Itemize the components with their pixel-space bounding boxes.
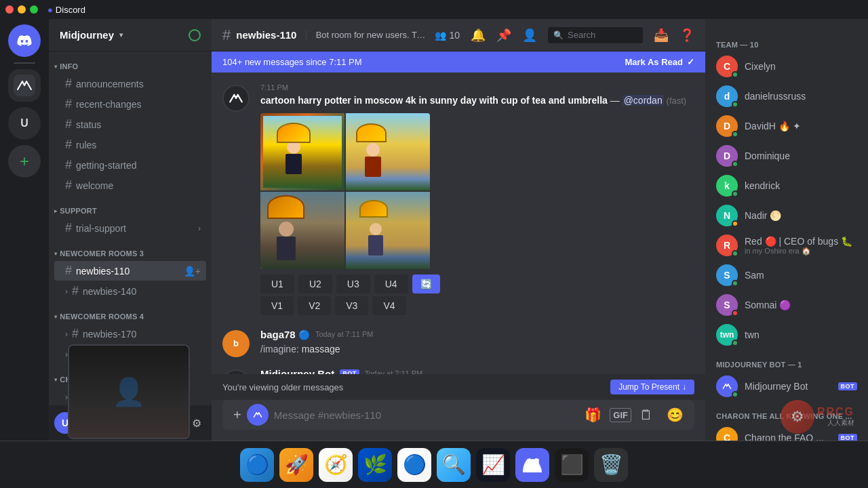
member-sam[interactable]: S Sam — [711, 260, 863, 290]
upscale-2-button[interactable]: U2 — [298, 274, 332, 293]
members-panel-icon[interactable]: 👤 — [522, 28, 537, 43]
dock-chrome[interactable]: 🔵 — [397, 448, 431, 482]
dock-finder[interactable]: 🔵 — [240, 448, 274, 482]
channel-welcome[interactable]: # welcome — [54, 176, 206, 195]
image-cell-4[interactable] — [346, 192, 430, 269]
dock-launchpad[interactable]: 🚀 — [279, 448, 313, 482]
bot-badge-mj: BOT — [838, 382, 858, 390]
member-somnai[interactable]: S Somnai 🟣 — [711, 290, 863, 320]
member-name-cixelyn: Cixelyn — [745, 61, 857, 72]
member-twn[interactable]: twn twn — [711, 320, 863, 350]
message-input-field[interactable] — [271, 404, 580, 426]
dock-sourcetree[interactable]: 🌿 — [358, 448, 392, 482]
image-cell-2[interactable] — [346, 113, 430, 190]
bot-badge-charon: BOT — [838, 434, 858, 441]
settings-button[interactable]: ⚙ — [187, 413, 206, 432]
avatar-danielrussruss: d — [716, 85, 738, 107]
dock-discord[interactable] — [515, 448, 549, 482]
upscale-4-button[interactable]: U4 — [374, 274, 408, 293]
search-input[interactable] — [568, 30, 637, 40]
server-icon-midjourney[interactable] — [8, 69, 41, 102]
help-icon[interactable]: ❓ — [679, 28, 694, 43]
webcam-overlay: 👤 — [68, 344, 190, 439]
server-name-header[interactable]: Midjourney ▾ — [49, 19, 212, 52]
gif-button[interactable]: GIF — [610, 408, 631, 422]
channel-rules[interactable]: # rules — [54, 135, 206, 155]
member-danielrussruss[interactable]: d danielrussruss — [711, 81, 863, 111]
maximize-button[interactable] — [30, 5, 38, 14]
member-davidh[interactable]: D DavidH 🔥 ✦ — [711, 111, 863, 141]
hash-icon: # — [65, 158, 72, 172]
member-dominique[interactable]: D Dominique — [711, 141, 863, 171]
variation-1-button[interactable]: V1 — [260, 296, 294, 315]
server-divider — [14, 62, 35, 64]
gift-icon[interactable]: 🎁 — [579, 401, 607, 428]
image-cell-1[interactable] — [260, 113, 344, 190]
member-kendrick[interactable]: k kendrick — [711, 171, 863, 201]
member-nadir[interactable]: N Nadir 🌕 — [711, 201, 863, 230]
message-content-1: 7:11 PM cartoon harry potter in moscow 4… — [260, 83, 694, 318]
image-cell-3[interactable] — [260, 192, 344, 269]
dock-safari[interactable]: 🧭 — [319, 448, 353, 482]
message-meta-2: baga78 🔵 Today at 7:11 PM — [260, 329, 694, 340]
pin-icon[interactable]: 📌 — [496, 28, 511, 43]
message-text-1: cartoon harry potter in moscow 4k in sun… — [260, 94, 694, 108]
server-icon-u[interactable]: U — [8, 107, 41, 140]
dock-screen-recorder[interactable]: ⬛ — [555, 448, 589, 482]
upscale-1-button[interactable]: U1 — [260, 274, 294, 293]
mark-as-read-button[interactable]: Mark As Read ✓ — [625, 57, 695, 67]
channel-announcements[interactable]: # announcements — [54, 74, 206, 94]
channel-newbies-110[interactable]: # newbies-110 👤+ — [54, 261, 206, 281]
add-attachment-button[interactable]: + — [228, 402, 247, 428]
inbox-icon[interactable]: 📥 — [654, 28, 669, 43]
add-server-button[interactable]: + — [8, 145, 41, 178]
category-newcomer-3[interactable]: ▾ NEWCOMER ROOMS 3 — [49, 239, 212, 260]
notification-bell-icon[interactable]: 🔔 — [471, 28, 486, 43]
variation-2-button[interactable]: V2 — [298, 296, 331, 315]
channel-newbies-170[interactable]: › # newbies-170 — [54, 324, 206, 344]
close-button[interactable] — [5, 5, 14, 14]
member-midjourney-bot[interactable]: Midjourney Bot BOT — [711, 371, 863, 401]
dock-tradingview[interactable]: 📈 — [476, 448, 510, 482]
new-messages-text: 104+ new messages since 7:11 PM — [222, 57, 362, 67]
hash-icon: # — [65, 221, 72, 235]
team-category-label: TEAM — 10 — [711, 30, 863, 52]
channel-name-status: status — [76, 119, 101, 130]
message-input-area: + 🎁 GIF 🗒 😊 — [212, 400, 705, 441]
channel-status[interactable]: # status — [54, 115, 206, 134]
dock-search[interactable]: 🔍 — [437, 448, 471, 482]
category-info-label: INFO — [60, 62, 78, 70]
online-dot-twn — [732, 340, 738, 346]
member-cixelyn[interactable]: C Cixelyn — [711, 52, 863, 81]
dock-trash[interactable]: 🗑️ — [594, 448, 628, 482]
refresh-button[interactable]: 🔄 — [412, 274, 440, 293]
hash-icon: # — [72, 327, 79, 341]
emoji-icon[interactable]: 😊 — [661, 401, 689, 428]
channel-getting-started[interactable]: # getting-started — [54, 155, 206, 175]
channel-recent-changes[interactable]: # recent-changes — [54, 94, 206, 114]
channel-trial-support[interactable]: # trial-support › — [54, 218, 206, 238]
server-list: U + — [0, 19, 49, 441]
online-dot-sam — [732, 280, 738, 287]
member-red[interactable]: R Red 🔴 | CEO of bugs 🐛 in my Oshiro era… — [711, 230, 863, 260]
variation-3-button[interactable]: V3 — [335, 296, 368, 315]
category-newcomer4-triangle: ▾ — [54, 314, 57, 320]
message-content-2: baga78 🔵 Today at 7:11 PM /imagine: mass… — [260, 329, 694, 357]
category-newcomer-4[interactable]: ▾ NEWCOMER ROOMS 4 — [49, 302, 212, 323]
discord-home-button[interactable] — [8, 24, 41, 57]
avatar-midjourney-1 — [222, 85, 250, 112]
minimize-button[interactable] — [18, 5, 26, 14]
category-info[interactable]: ▾ INFO — [49, 52, 212, 73]
upscale-3-button[interactable]: U3 — [336, 274, 370, 293]
mention-1[interactable]: @cordan — [623, 95, 664, 106]
jump-to-present-button[interactable]: Jump To Present ↓ — [610, 380, 694, 394]
member-name-nadir: Nadir 🌕 — [745, 210, 857, 221]
search-box[interactable]: 🔍 — [548, 27, 643, 43]
sticker-icon[interactable]: 🗒 — [634, 402, 658, 428]
variation-4-button[interactable]: V4 — [372, 296, 406, 315]
add-user-icon[interactable]: 👤+ — [184, 266, 201, 277]
messages-area[interactable]: 7:11 PM cartoon harry potter in moscow 4… — [212, 73, 705, 374]
channel-newbies-140[interactable]: › # newbies-140 — [54, 281, 206, 301]
category-support[interactable]: ▸ SUPPORT — [49, 196, 212, 218]
member-name-dominique: Dominique — [745, 150, 857, 161]
